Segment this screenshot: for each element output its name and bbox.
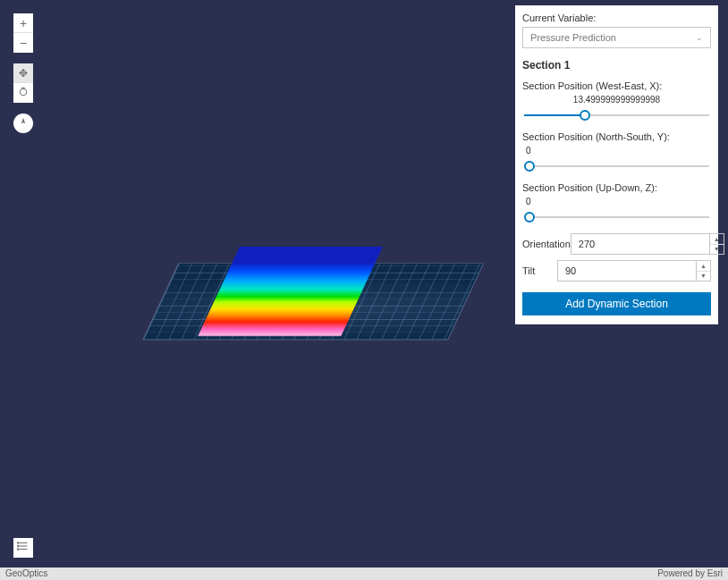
legend-icon bbox=[17, 540, 30, 556]
pos-z-slider[interactable] bbox=[522, 208, 711, 226]
slider-thumb[interactable] bbox=[524, 161, 535, 172]
pos-x-label: Section Position (West-East, X): bbox=[522, 80, 711, 91]
pos-z-label: Section Position (Up-Down, Z): bbox=[522, 182, 711, 193]
tilt-step-up[interactable]: ▲ bbox=[697, 261, 710, 271]
svg-point-5 bbox=[18, 542, 19, 543]
minus-icon: − bbox=[20, 36, 27, 50]
chevron-down-icon: ⌄ bbox=[696, 33, 703, 42]
orientation-input[interactable] bbox=[571, 234, 709, 254]
current-variable-label: Current Variable: bbox=[522, 13, 711, 23]
rotate-button[interactable] bbox=[13, 83, 33, 103]
tilt-label: Tilt bbox=[522, 265, 557, 276]
slider-thumb[interactable] bbox=[580, 110, 590, 121]
svg-point-7 bbox=[18, 549, 19, 550]
chevron-down-icon: ▼ bbox=[700, 273, 707, 279]
pan-icon: ✥ bbox=[19, 67, 28, 80]
slider-thumb[interactable] bbox=[524, 212, 535, 223]
pos-y-label: Section Position (North-South, Y): bbox=[522, 131, 711, 142]
chevron-down-icon: ▼ bbox=[714, 246, 720, 252]
current-variable-value: Pressure Prediction bbox=[530, 32, 616, 43]
orientation-spinner: ▲ ▼ bbox=[571, 233, 724, 255]
rotate-icon bbox=[18, 87, 29, 100]
pos-y-value: 0 bbox=[522, 146, 711, 156]
zoom-in-button[interactable]: + bbox=[13, 13, 33, 33]
pos-z-value: 0 bbox=[522, 197, 711, 206]
svg-point-6 bbox=[18, 545, 19, 546]
slider-fill bbox=[524, 114, 587, 116]
slider-track bbox=[524, 165, 709, 167]
slider-track bbox=[524, 216, 709, 218]
attribution-right: Powered by Esri bbox=[657, 567, 723, 580]
svg-point-0 bbox=[20, 88, 27, 96]
add-dynamic-section-button[interactable]: Add Dynamic Section bbox=[522, 292, 711, 315]
tilt-input[interactable] bbox=[558, 261, 696, 281]
chevron-up-icon: ▲ bbox=[700, 263, 707, 269]
legend-button[interactable] bbox=[13, 538, 33, 558]
compass-icon bbox=[18, 115, 29, 131]
svg-marker-1 bbox=[21, 118, 26, 124]
attribution-left: GeoOptics bbox=[5, 567, 47, 580]
current-variable-select[interactable]: Pressure Prediction ⌄ bbox=[522, 27, 711, 48]
pos-x-value: 13.499999999999998 bbox=[522, 95, 711, 105]
pos-y-slider[interactable] bbox=[522, 157, 711, 175]
zoom-group: + − bbox=[13, 13, 33, 53]
attribution-bar: GeoOptics Powered by Esri bbox=[0, 567, 728, 580]
nav-group: ✥ bbox=[13, 63, 33, 103]
zoom-out-button[interactable]: − bbox=[13, 33, 33, 53]
chevron-up-icon: ▲ bbox=[714, 236, 720, 242]
tilt-step-down[interactable]: ▼ bbox=[697, 271, 710, 282]
pan-button[interactable]: ✥ bbox=[13, 63, 33, 83]
tilt-spinner: ▲ ▼ bbox=[557, 260, 711, 282]
orientation-step-up[interactable]: ▲ bbox=[710, 234, 724, 244]
section-title: Section 1 bbox=[522, 59, 711, 71]
compass-button[interactable] bbox=[13, 113, 33, 133]
control-panel: Current Variable: Pressure Prediction ⌄ … bbox=[515, 5, 718, 324]
orientation-label: Orientation bbox=[522, 239, 571, 249]
plus-icon: + bbox=[20, 16, 27, 30]
orientation-step-down[interactable]: ▼ bbox=[710, 244, 724, 255]
pos-x-slider[interactable] bbox=[522, 106, 711, 124]
